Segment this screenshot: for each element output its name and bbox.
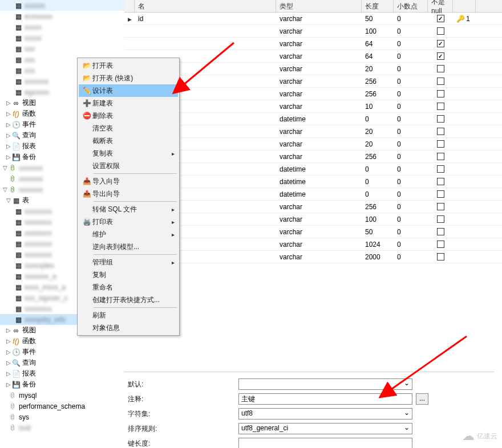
cell-length[interactable]: 0 (362, 190, 394, 198)
cell-decimals[interactable]: 0 (394, 15, 428, 23)
cell-notnull[interactable] (428, 228, 453, 235)
cell-notnull[interactable] (428, 65, 453, 72)
cell-notnull[interactable] (428, 40, 453, 47)
detail-collate-select[interactable]: utf8_general_ci (238, 423, 412, 434)
cell-type[interactable]: varchar (276, 140, 362, 148)
tree-db-sys[interactable]: 🛢sys (0, 412, 126, 422)
cell-type[interactable]: datetime (276, 165, 362, 173)
cell-type[interactable]: varchar (276, 40, 362, 48)
cell-type[interactable]: varchar (276, 27, 362, 35)
header-length[interactable]: 长度 (362, 0, 394, 12)
cell-type[interactable]: datetime (276, 178, 362, 186)
cell-decimals[interactable]: 0 (394, 128, 428, 136)
column-row[interactable]: varchar 100 0 (124, 25, 502, 38)
menu-maintain[interactable]: 维护 (79, 228, 178, 241)
cell-notnull[interactable] (428, 165, 453, 173)
tree-reports[interactable]: ▷📄报表 (0, 368, 126, 379)
cell-length[interactable]: 50 (362, 15, 394, 23)
cell-length[interactable]: 20 (362, 65, 394, 73)
cell-decimals[interactable]: 0 (394, 190, 428, 198)
cell-decimals[interactable]: 0 (394, 228, 428, 236)
cell-decimals[interactable]: 0 (394, 115, 428, 123)
menu-empty-table[interactable]: 清空表 (79, 122, 178, 135)
cell-decimals[interactable]: 0 (394, 165, 428, 173)
cell-decimals[interactable]: 0 (394, 65, 428, 73)
cell-decimals[interactable]: 0 (394, 178, 428, 186)
column-row[interactable]: varchar 100 0 (124, 213, 502, 226)
column-row[interactable]: TE datetime 0 0 (124, 188, 502, 201)
cell-notnull[interactable] (428, 215, 453, 223)
cell-decimals[interactable]: 0 (394, 103, 428, 111)
menu-export-wizard[interactable]: 📤导出向导 (79, 188, 178, 200)
detail-comment-input[interactable] (238, 393, 412, 405)
cell-decimals[interactable]: 0 (394, 253, 428, 261)
header-notnull[interactable]: 不是 null (428, 0, 453, 12)
tree-queries[interactable]: ▷🔍查询 (0, 357, 126, 368)
cell-length[interactable]: 100 (362, 215, 394, 223)
cell-length[interactable]: 1024 (362, 241, 394, 249)
cell-type[interactable]: varchar (276, 215, 362, 223)
tree-item[interactable]: ▦xxxxxx (0, 0, 126, 11)
tree-item[interactable]: ▦xxxxx (0, 32, 126, 43)
column-row[interactable]: varchar 256 0 (124, 201, 502, 213)
menu-refresh[interactable]: 刷新 (79, 309, 178, 321)
menu-dump-sql[interactable]: 转储 SQL 文件 (79, 203, 178, 215)
cell-length[interactable]: 0 (362, 115, 394, 123)
cell-decimals[interactable]: 0 (394, 40, 428, 48)
cell-notnull[interactable] (428, 90, 453, 97)
column-row[interactable]: TE datetime 0 0 (124, 176, 502, 188)
detail-keylen-input[interactable] (238, 438, 412, 448)
column-row[interactable]: varchar 256 0 (124, 88, 502, 100)
tree-item[interactable]: 🛢txxll (0, 422, 126, 433)
cell-notnull[interactable] (428, 103, 453, 110)
header-type[interactable]: 类型 (276, 0, 362, 12)
cell-length[interactable]: 256 (362, 203, 394, 211)
cell-notnull[interactable] (428, 128, 453, 135)
cell-length[interactable]: 20 (362, 140, 394, 148)
tree-events[interactable]: ▷🕒事件 (0, 347, 126, 357)
tree-item[interactable]: ▦xxx (0, 43, 126, 54)
detail-comment-more-button[interactable]: ... (416, 393, 428, 405)
cell-type[interactable]: varchar (276, 128, 362, 136)
menu-manage-group[interactable]: 管理组 (79, 256, 178, 268)
cell-type[interactable]: varchar (276, 65, 362, 73)
cell-notnull[interactable] (428, 178, 453, 185)
cell-length[interactable]: 20 (362, 128, 394, 136)
menu-copy-table[interactable]: 复制表 (79, 147, 178, 160)
tree-item[interactable]: ▦ecxxxxxx (0, 11, 126, 22)
tree-db-mysql[interactable]: 🛢mysql (0, 390, 126, 401)
cell-length[interactable]: 0 (362, 165, 394, 173)
menu-copy[interactable]: 复制 (79, 268, 178, 281)
column-row[interactable]: varchar 2000 0 (124, 251, 502, 263)
cell-decimals[interactable]: 0 (394, 215, 428, 223)
cell-type[interactable]: varchar (276, 78, 362, 85)
menu-drop-table[interactable]: ⛔删除表 (79, 109, 178, 122)
cell-type[interactable]: varchar (276, 103, 362, 111)
column-row[interactable]: id varchar 50 0 🔑1 (124, 13, 502, 25)
menu-print-table[interactable]: 🖨️打印表 (79, 215, 178, 228)
detail-default-select[interactable] (238, 378, 412, 390)
cell-type[interactable]: varchar (276, 203, 362, 211)
column-row[interactable]: varchar 20 0 (124, 125, 502, 138)
cell-type[interactable]: varchar (276, 15, 362, 23)
detail-charset-select[interactable]: utf8 (238, 408, 412, 420)
header-decimals[interactable]: 小数点 (394, 0, 428, 12)
cell-notnull[interactable] (428, 140, 453, 148)
column-row[interactable]: varchar 20 0 (124, 138, 502, 150)
column-row[interactable]: E datetime 0 0 (124, 163, 502, 176)
menu-truncate-table[interactable]: 截断表 (79, 135, 178, 147)
cell-type[interactable]: datetime (276, 115, 362, 123)
cell-length[interactable]: 10 (362, 103, 394, 111)
cell-type[interactable]: varchar (276, 90, 362, 98)
cell-notnull[interactable] (428, 153, 453, 160)
cell-type[interactable]: varchar (276, 241, 362, 249)
column-row[interactable]: SON varchar 256 0 (124, 150, 502, 163)
cell-type[interactable]: varchar (276, 228, 362, 236)
menu-design-table[interactable]: ✏️设计表 (79, 84, 178, 97)
cell-type[interactable]: varchar (276, 52, 362, 60)
cell-length[interactable]: 50 (362, 228, 394, 236)
cell-notnull[interactable] (428, 115, 453, 123)
cell-length[interactable]: 100 (362, 27, 394, 35)
cell-type[interactable]: datetime (276, 190, 362, 198)
column-row[interactable]: varchar 10 0 (124, 100, 502, 113)
